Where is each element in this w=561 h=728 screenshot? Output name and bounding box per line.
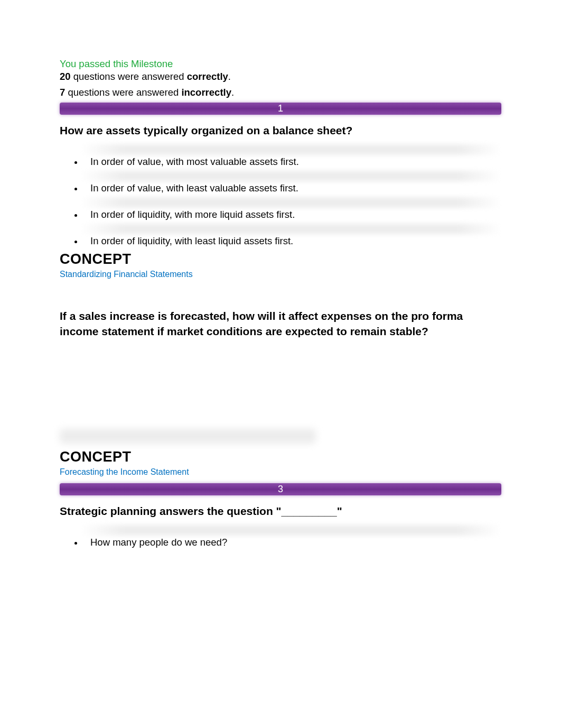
list-item: In order of value, with least valuable a… [83, 171, 501, 194]
blur-overlay [81, 144, 501, 155]
concept-link[interactable]: Forecasting the Income Statement [60, 467, 501, 477]
question-number-bar: 3 [60, 483, 501, 495]
blur-overlay [81, 224, 501, 234]
milestone-passed-text: You passed this Milestone [60, 58, 501, 70]
answer-text: In order of value, with most valuable as… [83, 156, 501, 168]
concept-link[interactable]: Standardizing Financial Statements [60, 270, 501, 279]
question-1-text: How are assets typically organized on a … [60, 123, 501, 138]
correct-summary: 20 questions were answered correctly. [60, 71, 501, 82]
question-number-bar: 1 [60, 103, 501, 115]
concept-heading: CONCEPT [60, 251, 501, 268]
period2: . [231, 87, 234, 98]
answer-text: In order of value, with least valuable a… [83, 182, 501, 194]
incorrect-mid: questions were answered [65, 87, 181, 98]
question-2-text: If a sales increase is forecasted, how w… [60, 309, 501, 339]
list-item: How many people do we need? [83, 525, 501, 548]
answer-text: How many people do we need? [83, 537, 501, 548]
answer-text: In order of liquidity, with least liquid… [83, 235, 501, 247]
question-1-answers: In order of value, with most valuable as… [60, 144, 501, 247]
list-item: In order of liquidity, with least liquid… [83, 224, 501, 247]
blur-overlay [81, 197, 501, 208]
answer-text: In order of liquidity, with more liquid … [83, 209, 501, 220]
incorrect-word: incorrectly [181, 87, 231, 98]
question-3-answers: How many people do we need? [60, 525, 501, 548]
list-item: In order of value, with most valuable as… [83, 144, 501, 168]
correct-word: correctly [187, 71, 228, 82]
correct-mid: questions were answered [71, 71, 187, 82]
blur-overlay [60, 429, 316, 444]
correct-count: 20 [60, 71, 71, 82]
blur-overlay [81, 171, 501, 181]
blur-overlay [81, 525, 501, 536]
list-item: In order of liquidity, with more liquid … [83, 197, 501, 220]
incorrect-summary: 7 questions were answered incorrectly. [60, 87, 501, 98]
question-3-text: Strategic planning answers the question … [60, 504, 501, 519]
incorrect-count: 7 [60, 87, 65, 98]
period: . [228, 71, 231, 82]
concept-heading: CONCEPT [60, 449, 501, 465]
